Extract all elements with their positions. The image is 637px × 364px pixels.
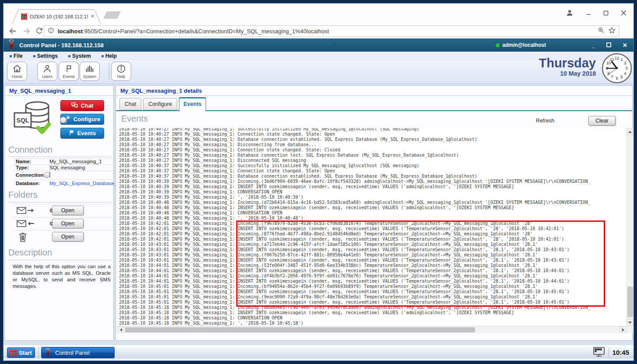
scroll-right-arrow[interactable] xyxy=(620,326,626,333)
divider xyxy=(7,202,112,203)
app-close-icon[interactable]: ✕ xyxy=(623,42,627,49)
refresh-icon[interactable] xyxy=(35,26,45,36)
url-path: :9505/Control+Panel/?a=Connection+detail… xyxy=(83,28,329,35)
open-inbox-button[interactable]: Open xyxy=(52,219,84,228)
menu-settings[interactable]: Settings xyxy=(33,53,58,59)
log-line: 2018-05-10 10:40:39 INFO My_SQL_messagin… xyxy=(119,179,626,184)
flag-icon xyxy=(64,67,74,75)
ozeki-robot-icon xyxy=(8,39,15,51)
database-link[interactable]: My_SQL_Express_Database_ xyxy=(49,181,117,186)
tab-chat[interactable]: Chat xyxy=(119,98,141,110)
clear-button[interactable]: Clear xyxy=(588,116,616,126)
refresh-label: Refresh xyxy=(536,118,554,124)
horizontal-scroll-thumb[interactable] xyxy=(125,327,475,332)
browser-tab[interactable]: OZEKI 10 (192.168.112.15 ✕ xyxy=(12,9,101,24)
scroll-up-arrow[interactable] xyxy=(627,128,633,135)
events-button[interactable]: Events xyxy=(60,128,104,139)
browser-profile-icon[interactable] xyxy=(566,9,574,18)
connection-row-type: Type: SQL messaging xyxy=(13,164,112,171)
event-log[interactable]: 2018-05-10 10:40:27 INFO My_SQL_messagin… xyxy=(117,128,626,326)
bar-chart-icon xyxy=(85,67,94,75)
log-line: 2018-05-10 10:40:27 INFO My_SQL_messagin… xyxy=(119,142,626,147)
open-outbox-button[interactable]: Open xyxy=(52,206,84,215)
browser-maximize-icon[interactable] xyxy=(603,10,609,18)
description-text: With the help of this option you can use… xyxy=(13,263,111,290)
tab-configure[interactable]: Configure xyxy=(143,98,177,110)
page-info-icon[interactable] xyxy=(48,27,54,35)
log-line: 2018-05-10 10:40:37 INFO My_SQL_messagin… xyxy=(119,163,626,168)
log-line: 2018-05-10 10:45:18 INFO My_SQL_messagin… xyxy=(119,315,626,321)
svg-text:4: 4 xyxy=(624,71,626,76)
vertical-scroll-thumb[interactable] xyxy=(627,287,633,317)
svg-text:6: 6 xyxy=(616,76,618,80)
connection-toggle[interactable] xyxy=(49,172,50,178)
app-titlebar: Control Panel - 192.168.112.158 admin@lo… xyxy=(4,38,634,52)
folder-row-outbox: 0/0 Open xyxy=(13,204,112,217)
toolbar-home-button[interactable]: Home xyxy=(7,62,27,81)
scroll-left-arrow[interactable] xyxy=(117,326,124,333)
vertical-scrollbar[interactable] xyxy=(626,128,633,326)
zoom-page-icon[interactable] xyxy=(598,27,605,35)
toolbar-users-button[interactable]: Users xyxy=(37,62,57,81)
log-line: 2018-05-10 10:40:37 INFO My_SQL_messagin… xyxy=(119,168,626,174)
url-text: localhost:9505/Control+Panel/?a=Connecti… xyxy=(58,28,594,35)
display-settings-icon[interactable] xyxy=(593,346,605,359)
ozeki-favicon xyxy=(21,14,27,20)
weekday-label: Thursday xyxy=(455,56,596,70)
log-line: 2018-05-10 10:40:27 INFO My_SQL_messagin… xyxy=(119,153,626,158)
home-icon xyxy=(12,67,22,75)
menu-file[interactable]: File xyxy=(10,53,23,59)
horizontal-scrollbar[interactable] xyxy=(117,326,626,333)
start-button[interactable]: Start xyxy=(7,347,35,358)
toolbar-help-button[interactable]: Help xyxy=(111,62,131,81)
desktop: OZEKI 10 (192.168.112.15 ✕ localhost:950… xyxy=(0,0,637,364)
configure-button[interactable]: Configure xyxy=(60,114,104,125)
url-bar[interactable]: localhost:9505/Control+Panel/?a=Connecti… xyxy=(44,25,620,37)
trash-icon xyxy=(18,232,27,244)
control-panel-task-button[interactable]: Control Panel xyxy=(41,347,115,358)
menu-bullet-icon xyxy=(102,55,104,57)
scroll-down-arrow[interactable] xyxy=(627,319,633,326)
forward-icon[interactable] xyxy=(22,26,32,36)
svg-text:SQL: SQL xyxy=(17,117,29,124)
refresh-toggle[interactable] xyxy=(66,116,67,125)
log-line: 2018-05-10 10:40:27 INFO My_SQL_messagin… xyxy=(119,158,626,163)
taskbar: Start Control Panel 10:45 xyxy=(4,345,634,359)
toolbar-separator xyxy=(109,63,109,80)
description-section-header: Description xyxy=(8,248,52,258)
log-line: 2018-05-10 10:40:48 INFO My_SQL_messagin… xyxy=(119,205,626,210)
divider xyxy=(609,347,609,358)
sidebar-title: My_SQL_messaging_1 xyxy=(9,88,71,94)
svg-text:2: 2 xyxy=(624,61,626,65)
menu-help[interactable]: Help xyxy=(102,53,117,59)
log-line: 2018-05-10 10:40:37 INFO My_SQL_messagin… xyxy=(119,174,626,179)
log-line: 2018-05-10 10:40:27 INFO My_SQL_messagin… xyxy=(119,147,626,153)
app-maximize-icon[interactable] xyxy=(606,42,611,49)
svg-text:3: 3 xyxy=(625,66,627,70)
app-minimize-icon[interactable]: _ xyxy=(592,42,595,49)
toolbar-system-button[interactable]: System xyxy=(80,62,100,81)
info-icon xyxy=(116,67,126,75)
open-trash-button[interactable]: Open xyxy=(52,232,84,242)
tab-close-icon[interactable]: ✕ xyxy=(91,14,94,19)
menu-bullet-icon xyxy=(33,55,35,57)
log-line: 2018-05-10 10:40:39 INFO My_SQL_messagin… xyxy=(119,184,626,189)
log-line: 2018-05-10 10:40:48 INFO My_SQL_messagin… xyxy=(119,210,626,216)
folder-row-trash: 0 Open xyxy=(13,230,112,243)
chat-icon xyxy=(71,102,78,109)
events-section-title: Events xyxy=(121,114,148,124)
menu-system[interactable]: System xyxy=(68,53,91,59)
svg-text:11: 11 xyxy=(610,57,614,62)
folder-row-inbox: 0/0 Open xyxy=(13,217,112,230)
back-icon[interactable] xyxy=(8,26,18,36)
toolbar-events-button[interactable]: Events xyxy=(59,62,79,81)
url-host: localhost xyxy=(58,28,83,35)
divider xyxy=(116,95,632,96)
browser-minimize-icon[interactable] xyxy=(586,10,591,18)
chat-button[interactable]: Chat xyxy=(60,100,104,111)
svg-text:7: 7 xyxy=(611,75,613,79)
bookmark-star-icon[interactable] xyxy=(608,27,616,36)
browser-close-icon[interactable] xyxy=(621,10,626,18)
log-line: 2018-05-10 10:45:18 INFO My_SQL_messagin… xyxy=(119,321,626,326)
tab-events[interactable]: Events xyxy=(179,97,206,112)
